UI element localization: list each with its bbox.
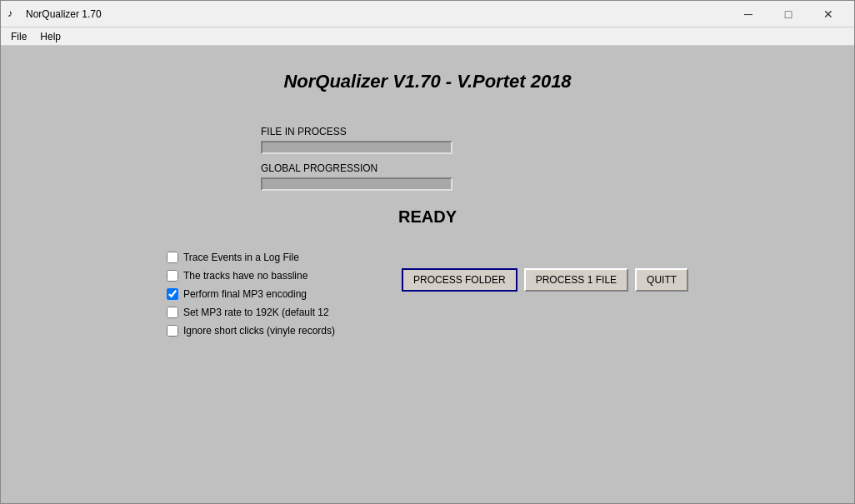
progress-area: FILE IN PROCESS GLOBAL PROGRESSION [261,126,594,191]
maximize-button[interactable]: □ [769,2,808,27]
window-title: NorQualizer 1.70 [26,8,102,20]
app-icon: ♪ [8,7,21,21]
process-folder-button[interactable]: PROCESS FOLDER [402,268,518,292]
quit-button[interactable]: QUITT [635,268,688,292]
checkbox-item-trace[interactable]: Trace Events in a Log File [167,252,335,263]
main-window: ♪ NorQualizer 1.70 ─ □ ✕ File Help NorQu… [0,0,855,504]
checkbox-item-mp3[interactable]: Perform final MP3 encoding [167,288,335,300]
buttons-section: PROCESS FOLDER PROCESS 1 FILE QUITT [402,268,688,292]
title-bar: ♪ NorQualizer 1.70 ─ □ ✕ [1,1,854,27]
checkbox-trace-label: Trace Events in a Log File [183,252,299,263]
menu-help[interactable]: Help [33,29,68,44]
file-progress-bar-container [261,141,452,154]
menu-bar: File Help [1,27,854,46]
global-progress-row: GLOBAL PROGRESSION [261,162,594,191]
checkbox-clicks-label: Ignore short clicks (vinyle records) [183,325,335,337]
global-progress-bar-container [261,177,452,191]
minimize-button[interactable]: ─ [729,2,768,27]
file-progress-label: FILE IN PROCESS [261,126,594,137]
title-bar-controls: ─ □ ✕ [729,2,848,27]
main-content: NorQualizer V1.70 - V.Portet 2018 FILE I… [1,46,854,503]
checkbox-bassline-label: The tracks have no bassline [183,270,308,282]
close-button[interactable]: ✕ [809,2,848,27]
process-1-file-button[interactable]: PROCESS 1 FILE [524,268,628,292]
global-progress-label: GLOBAL PROGRESSION [261,162,594,174]
checkbox-clicks[interactable] [167,325,178,337]
file-progress-row: FILE IN PROCESS [261,126,594,154]
status-text: READY [398,207,457,227]
checkbox-mp3[interactable] [167,288,178,300]
checkbox-item-mp3rate[interactable]: Set MP3 rate to 192K (default 12 [167,307,335,318]
checkbox-bassline[interactable] [167,270,178,282]
checkbox-mp3-label: Perform final MP3 encoding [183,288,307,300]
menu-file[interactable]: File [4,29,33,44]
title-bar-left: ♪ NorQualizer 1.70 [8,7,102,21]
app-title: NorQualizer V1.70 - V.Portet 2018 [283,71,571,92]
checkbox-item-clicks[interactable]: Ignore short clicks (vinyle records) [167,325,335,337]
checkboxes-section: Trace Events in a Log File The tracks ha… [167,252,335,337]
checkbox-mp3rate-label: Set MP3 rate to 192K (default 12 [183,307,329,318]
checkbox-trace[interactable] [167,252,178,263]
bottom-layout: Trace Events in a Log File The tracks ha… [18,252,838,337]
checkbox-item-bassline[interactable]: The tracks have no bassline [167,270,335,282]
checkbox-mp3rate[interactable] [167,307,178,318]
